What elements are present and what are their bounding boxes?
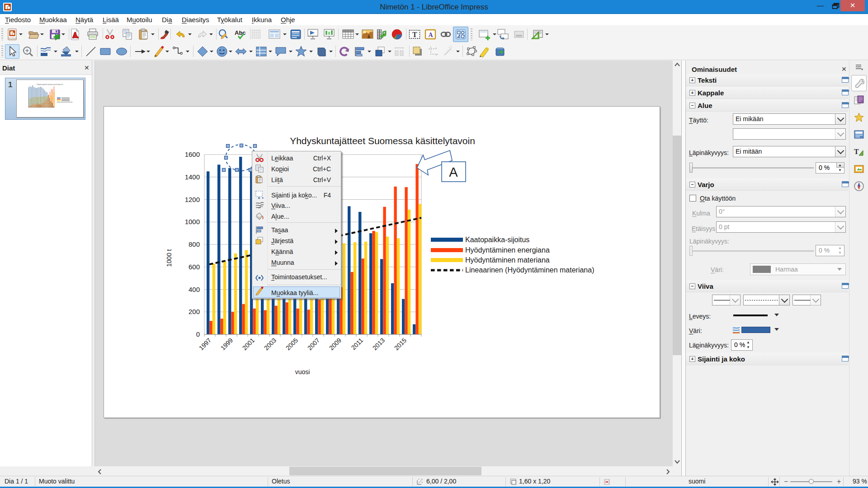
svg-text:A: A — [449, 165, 458, 179]
svg-text:A: A — [429, 32, 434, 38]
svg-text:T: T — [412, 31, 417, 38]
svg-text:Abc: Abc — [235, 29, 246, 36]
svg-text:T: T — [854, 148, 859, 155]
